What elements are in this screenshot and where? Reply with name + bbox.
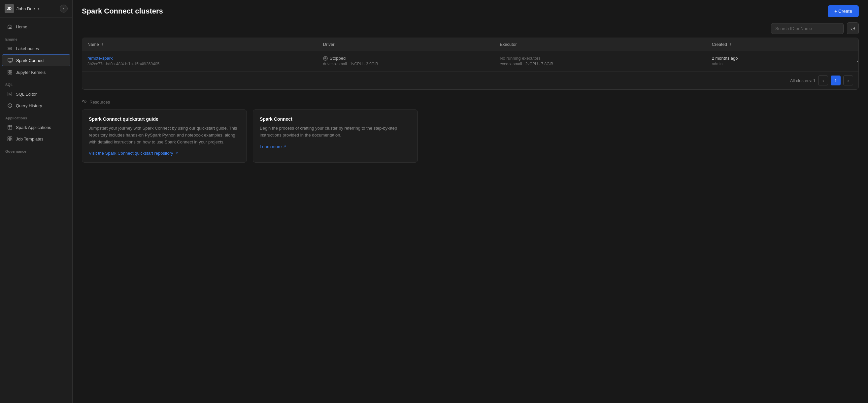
resources-label: Resources: [89, 100, 110, 105]
user-menu[interactable]: JD John Doe ▾: [5, 4, 40, 13]
col-driver-label: Driver: [323, 42, 335, 47]
spark-applications-icon: [7, 125, 12, 130]
chevron-down-icon: ▾: [38, 7, 40, 11]
refresh-button[interactable]: [847, 23, 859, 34]
governance-section-label: Governance: [0, 145, 72, 155]
cluster-id: 3b2cc77a-bd0a-48f4-bf1a-15b48f369405: [88, 62, 313, 66]
sidebar-item-spark-applications-label: Spark Applications: [16, 125, 51, 130]
clusters-table: Name ⬍ Driver Executor Created ⬍ remo: [82, 38, 859, 90]
home-icon: [7, 24, 12, 29]
search-bar-row: [82, 23, 859, 34]
executor-status: No running executors: [500, 56, 701, 61]
sort-icon-name: ⬍: [101, 42, 104, 46]
sidebar-item-job-templates[interactable]: Job Templates: [2, 133, 70, 144]
refresh-icon: [850, 26, 856, 31]
query-history-icon: [7, 103, 12, 108]
sidebar-item-query-history[interactable]: Query History: [2, 100, 70, 111]
search-input[interactable]: [771, 23, 844, 34]
engine-section-label: Engine: [0, 33, 72, 42]
created-by: admin: [712, 62, 843, 66]
sidebar-nav: Home Engine Lakehouses Spark Connect: [0, 18, 72, 403]
sidebar-item-job-templates-label: Job Templates: [16, 137, 43, 141]
cluster-name-link[interactable]: remote-spark: [88, 56, 313, 61]
sidebar-item-spark-applications[interactable]: Spark Applications: [2, 122, 70, 133]
next-page-button[interactable]: ›: [843, 75, 853, 86]
svg-rect-13: [8, 139, 10, 141]
col-name-label: Name: [88, 42, 99, 47]
table-row: remote-spark 3b2cc77a-bd0a-48f4-bf1a-15b…: [82, 51, 859, 71]
resource-card-docs: Spark Connect Begin the process of craft…: [253, 109, 418, 163]
sidebar-item-query-history-label: Query History: [16, 103, 42, 108]
sidebar-item-sql-editor[interactable]: SQL Editor: [2, 89, 70, 100]
svg-rect-12: [10, 137, 12, 139]
card-docs-link[interactable]: Learn more ↗: [260, 144, 411, 149]
cell-more: ⋮: [848, 57, 859, 66]
pagination-label: All clusters: 1: [790, 78, 815, 83]
sql-section-label: SQL: [0, 78, 72, 88]
resources-section: Resources Spark Connect quickstart guide…: [82, 99, 859, 163]
svg-rect-5: [10, 70, 12, 72]
docs-link-label: Learn more: [260, 144, 281, 149]
svg-rect-14: [10, 139, 12, 141]
sort-icon-created: ⬍: [729, 42, 732, 46]
sidebar-header: JD John Doe ▾ ‹: [0, 0, 72, 18]
job-templates-icon: [7, 136, 12, 141]
created-time: 2 months ago: [712, 56, 843, 61]
svg-rect-7: [10, 72, 12, 74]
main-body: Name ⬍ Driver Executor Created ⬍ remo: [72, 23, 868, 403]
col-driver: Driver: [318, 38, 494, 51]
svg-rect-10: [8, 125, 12, 129]
monitor-icon: [8, 58, 13, 63]
card-docs-desc: Begin the process of crafting your clust…: [260, 125, 411, 139]
sidebar-item-sql-editor-label: SQL Editor: [16, 92, 37, 97]
svg-rect-11: [8, 137, 10, 139]
svg-rect-4: [8, 70, 9, 72]
sidebar-item-lakehouses-label: Lakehouses: [16, 46, 39, 51]
col-executor-label: Executor: [500, 42, 517, 47]
svg-rect-0: [9, 27, 10, 29]
resources-header: Resources: [82, 99, 859, 105]
cell-driver: Stopped driver-x-small 1vCPU · 3.9GiB: [318, 56, 494, 66]
search-input-wrap: [771, 23, 844, 34]
user-name: John Doe: [17, 6, 35, 11]
card-quickstart-title: Spark Connect quickstart guide: [89, 116, 240, 122]
external-link-icon: ↗: [175, 151, 178, 155]
sidebar-item-jupyter-kernels[interactable]: Jupyter Kernels: [2, 67, 70, 78]
table-header: Name ⬍ Driver Executor Created ⬍: [82, 38, 859, 51]
stopped-icon: [323, 56, 328, 61]
card-quickstart-link[interactable]: Visit the Spark Connect quickstart repos…: [89, 151, 240, 156]
resource-cards-row: Spark Connect quickstart guide Jumpstart…: [82, 109, 859, 163]
col-actions: [848, 38, 859, 51]
pagination-row: All clusters: 1 ‹ 1 ›: [82, 71, 859, 89]
card-docs-title: Spark Connect: [260, 116, 411, 122]
col-executor: Executor: [494, 38, 706, 51]
sidebar-item-lakehouses[interactable]: Lakehouses: [2, 43, 70, 54]
svg-rect-1: [8, 47, 12, 48]
external-link-icon-2: ↗: [283, 144, 286, 149]
sidebar-item-spark-connect[interactable]: Spark Connect: [2, 55, 70, 66]
executor-detail: exec-x-small 2vCPU · 7.8GiB: [500, 62, 701, 66]
more-menu-button[interactable]: ⋮: [853, 57, 859, 66]
main-content: Spark Connect clusters + Create Name ⬍: [72, 0, 868, 403]
sidebar-item-jupyter-kernels-label: Jupyter Kernels: [16, 70, 45, 75]
driver-detail: driver-x-small 1vCPU · 3.9GiB: [323, 62, 489, 66]
cell-executor: No running executors exec-x-small 2vCPU …: [494, 56, 706, 66]
svg-rect-2: [8, 49, 12, 50]
sidebar-item-home[interactable]: Home: [2, 21, 70, 32]
create-button[interactable]: + Create: [828, 5, 859, 17]
sidebar-item-home-label: Home: [16, 24, 27, 29]
svg-rect-3: [8, 58, 12, 61]
col-created-label: Created: [712, 42, 727, 47]
cell-name: remote-spark 3b2cc77a-bd0a-48f4-bf1a-15b…: [82, 56, 318, 66]
col-created[interactable]: Created ⬍: [707, 38, 848, 51]
quickstart-link-label: Visit the Spark Connect quickstart repos…: [89, 151, 173, 156]
avatar: JD: [5, 4, 14, 13]
grid-icon: [7, 70, 12, 75]
page-1-button[interactable]: 1: [831, 75, 841, 86]
cell-created: 2 months ago admin: [707, 56, 848, 66]
col-name[interactable]: Name ⬍: [82, 38, 318, 51]
driver-status: Stopped: [323, 56, 489, 61]
sidebar-collapse-button[interactable]: ‹: [60, 5, 68, 12]
card-quickstart-desc: Jumpstart your journey with Spark Connec…: [89, 125, 240, 145]
prev-page-button[interactable]: ‹: [818, 75, 828, 86]
